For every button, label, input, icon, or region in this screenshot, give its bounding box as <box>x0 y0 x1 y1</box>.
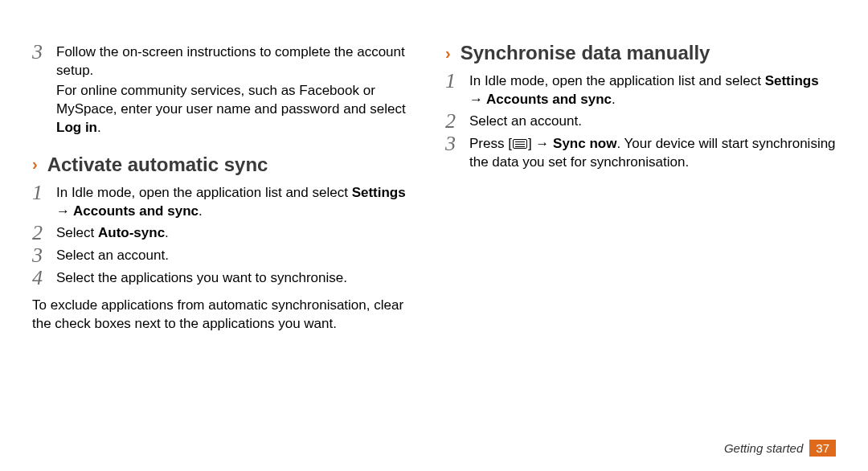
menu-icon <box>513 139 527 149</box>
left-column: 3 Follow the on-screen instructions to c… <box>32 42 423 333</box>
prior-step-3: 3 Follow the on-screen instructions to c… <box>32 43 423 139</box>
step-number: 2 <box>445 111 466 132</box>
text: Select <box>56 225 98 240</box>
step-number: 1 <box>445 71 466 109</box>
step-text: Press [] → Sync now. Your device will st… <box>469 135 836 172</box>
chevron-right-icon: › <box>32 155 38 174</box>
heading-sync-manually: › Synchronise data manually <box>445 42 836 64</box>
step-text: Select the applications you want to sync… <box>56 269 423 288</box>
step-2: 2 Select Auto-sync. <box>32 224 423 245</box>
step-number: 3 <box>32 245 53 266</box>
step-1: 1 In Idle mode, open the application lis… <box>32 184 423 223</box>
text: . <box>612 92 616 107</box>
step-body: Select the applications you want to sync… <box>56 269 423 290</box>
text: In Idle mode, open the application list … <box>469 73 765 88</box>
step-number: 2 <box>32 223 53 244</box>
step-text: Select Auto-sync. <box>56 224 423 243</box>
step-number: 3 <box>445 133 466 172</box>
text: . <box>165 225 169 240</box>
step-body: Select an account. <box>56 247 423 268</box>
chevron-right-icon: › <box>445 44 451 63</box>
step-text: Follow the on-screen instructions to com… <box>56 43 423 80</box>
two-column-layout: 3 Follow the on-screen instructions to c… <box>32 42 836 333</box>
page-footer: Getting started 37 <box>724 440 836 457</box>
step-body: Follow the on-screen instructions to com… <box>56 43 423 139</box>
note-paragraph: To exclude applications from automatic s… <box>32 297 423 334</box>
text: In Idle mode, open the application list … <box>56 185 352 200</box>
step-body: In Idle mode, open the application list … <box>469 72 836 111</box>
step-text: In Idle mode, open the application list … <box>56 184 423 221</box>
step-number: 4 <box>32 268 53 289</box>
step-body: Select an account. <box>469 113 836 133</box>
step-body: Select Auto-sync. <box>56 224 423 245</box>
step-text: Select an account. <box>469 113 836 131</box>
right-column: › Synchronise data manually 1 In Idle mo… <box>445 42 836 333</box>
text: Press [ <box>469 136 512 151</box>
step-number: 3 <box>32 42 53 137</box>
step-text: In Idle mode, open the application list … <box>469 72 836 109</box>
heading-activate-auto-sync: › Activate automatic sync <box>32 154 423 176</box>
step-1: 1 In Idle mode, open the application lis… <box>445 72 836 111</box>
bold-text: Sync now <box>553 136 616 151</box>
text: For online community services, such as F… <box>56 83 406 117</box>
manual-page: 3 Follow the on-screen instructions to c… <box>0 0 868 471</box>
step-number: 1 <box>32 182 53 221</box>
step-text: For online community services, such as F… <box>56 82 423 137</box>
page-number-badge: 37 <box>809 440 836 457</box>
bold-text: Auto-sync <box>98 225 165 240</box>
step-text: Select an account. <box>56 247 423 265</box>
step-2: 2 Select an account. <box>445 113 836 133</box>
step-3: 3 Select an account. <box>32 247 423 268</box>
text: . <box>199 203 203 219</box>
bold-text: Log in <box>56 120 97 135</box>
footer-section-name: Getting started <box>724 441 803 455</box>
text: ] → <box>528 136 553 151</box>
step-4: 4 Select the applications you want to sy… <box>32 269 423 290</box>
heading-text: Synchronise data manually <box>461 42 710 64</box>
step-body: Press [] → Sync now. Your device will st… <box>469 135 836 174</box>
step-body: In Idle mode, open the application list … <box>56 184 423 223</box>
heading-text: Activate automatic sync <box>47 154 268 176</box>
text: . <box>97 120 101 135</box>
step-3: 3 Press [] → Sync now. Your device will … <box>445 135 836 174</box>
